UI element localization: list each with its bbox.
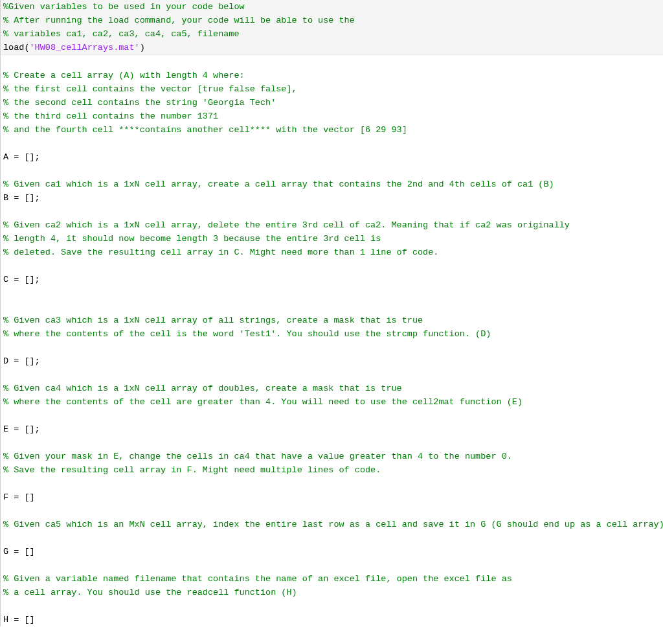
load-call: load( [3,43,30,52]
comment-line: % a cell array. You should use the readc… [1,586,663,599]
blank-line [1,286,663,300]
comment-line: %Given variables to be used in your code… [1,0,663,14]
blank-line [1,368,663,382]
code-assignment-E: E = []; [1,422,663,436]
blank-line [1,504,663,518]
comment-line: % variables ca1, ca2, ca3, ca4, ca5, fil… [1,27,663,41]
blank-line [1,137,663,150]
comment-line: % Given ca3 which is a 1xN cell array of… [1,314,663,327]
code-assignment-C: C = []; [1,273,663,286]
code-assignment-G: G = [] [1,545,663,558]
comment-line: % Given ca2 which is a 1xN cell array, d… [1,218,663,232]
comment-line: % Given ca1 which is a 1xN cell array, c… [1,178,663,191]
load-line: load('HW08_cellArrays.mat') [1,41,663,54]
comment-line: % where the contents of the cell are gre… [1,395,663,409]
comment-line: % Save the resulting cell array in F. Mi… [1,463,663,477]
comment-line: % Create a cell array (A) with length 4 … [1,69,663,82]
blank-line [1,599,663,613]
blank-line [1,205,663,218]
blank-line [1,477,663,490]
code-assignment-F: F = [] [1,490,663,504]
code-assignment-H: H = [] [1,613,663,627]
comment-line: % Given your mask in E, change the cells… [1,450,663,463]
comment-line: % the third cell contains the number 137… [1,109,663,123]
comment-line: % Given a variable named filename that c… [1,572,663,586]
comment-line: % Given ca5 which is an MxN cell array, … [1,518,663,531]
blank-line [1,409,663,422]
blank-line [1,259,663,273]
blank-line [1,300,663,314]
blank-line [1,436,663,450]
code-assignment-B: B = []; [1,191,663,205]
code-assignment-D: D = []; [1,354,663,368]
code-assignment-A: A = []; [1,150,663,164]
blank-line [1,164,663,178]
given-variables-block: %Given variables to be used in your code… [1,0,663,55]
blank-line [1,558,663,572]
blank-line [1,531,663,545]
comment-line: % Given ca4 which is a 1xN cell array of… [1,382,663,395]
comment-line: % After running the load command, your c… [1,14,663,27]
comment-line: % and the fourth cell ****contains anoth… [1,123,663,137]
load-close-paren: ) [140,43,145,52]
code-editor[interactable]: %Given variables to be used in your code… [0,0,663,627]
comment-line: % the second cell contains the string 'G… [1,96,663,109]
load-filename-string: 'HW08_cellArrays.mat' [30,43,140,52]
comment-line: % the first cell contains the vector [tr… [1,82,663,96]
blank-line [1,55,663,69]
comment-line: % deleted. Save the resulting cell array… [1,246,663,259]
blank-line [1,341,663,354]
comment-line: % where the contents of the cell is the … [1,327,663,341]
comment-line: % length 4, it should now become length … [1,232,663,246]
